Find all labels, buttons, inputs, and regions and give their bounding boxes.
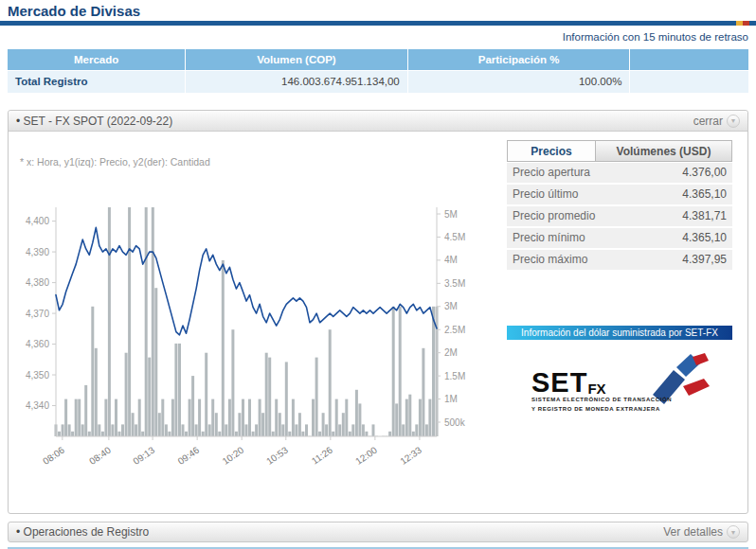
fx-price-volume-chart: 4,4004,3904,3804,3704,3604,3504,3405M4.5… — [16, 200, 509, 484]
delay-note: Información con 15 minutos de retraso — [8, 31, 748, 43]
svg-text:11:26: 11:26 — [310, 444, 335, 466]
logo-subtitle-2: Y REGISTRO DE MONEDA EXTRANJERA — [531, 405, 672, 415]
setfx-logo: SETFX SISTEMA ELECTRÓNICO DE TRANSACCIÓN… — [507, 353, 732, 433]
col-header-empty — [630, 49, 748, 70]
setfx-banner: Información del dólar suministrada por S… — [507, 326, 732, 340]
stat-label: Precio promedio — [513, 209, 595, 222]
svg-text:12:33: 12:33 — [398, 444, 423, 467]
stat-row-ultimo: Precio último 4.365,10 — [507, 185, 732, 204]
logo-set: SET — [531, 367, 587, 398]
stat-value: 4.365,10 — [682, 187, 727, 201]
stat-value: 4.381,71 — [682, 209, 727, 222]
col-header-mercado: Mercado — [8, 49, 186, 70]
chevron-down-icon[interactable] — [727, 525, 740, 539]
svg-text:10:20: 10:20 — [221, 444, 246, 467]
svg-text:10:53: 10:53 — [264, 444, 290, 467]
svg-text:3M: 3M — [444, 301, 458, 311]
logo-fx: FX — [587, 381, 605, 397]
svg-text:5M: 5M — [444, 209, 458, 220]
tab-volumenes[interactable]: Volúmenes (USD) — [596, 140, 732, 162]
stats-tabs: Precios Volúmenes (USD) — [507, 140, 732, 162]
svg-text:09:13: 09:13 — [131, 444, 156, 467]
setfx-logo-text: SETFX SISTEMA ELECTRÓNICO DE TRANSACCIÓN… — [531, 370, 672, 414]
fx-spot-panel: SET - FX SPOT (2022-09-22) cerrar * x: H… — [8, 110, 748, 514]
price-stats-list: Precio apertura 4.376,00 Precio último 4… — [507, 163, 732, 270]
logo-subtitle-1: SISTEMA ELECTRÓNICO DE TRANSACCIÓN — [531, 396, 672, 405]
stat-value: 4.365,10 — [682, 231, 727, 244]
cell-total-registro: Total Registro — [8, 70, 186, 93]
cell-volumen: 146.003.674.951.134,00 — [186, 70, 408, 93]
svg-text:4,390: 4,390 — [26, 247, 49, 257]
stat-row-minimo: Precio mínimo 4.365,10 — [507, 228, 732, 248]
svg-text:4,380: 4,380 — [26, 277, 49, 288]
stat-value: 4.397,95 — [682, 253, 727, 266]
col-header-volumen: Volumen (COP) — [186, 49, 408, 70]
operaciones-registro-bar: Operaciones de Registro Ver detalles — [8, 522, 748, 542]
stat-row-maximo: Precio máximo 4.397,95 — [507, 250, 732, 270]
col-header-participacion: Participación % — [407, 49, 630, 70]
stat-label: Precio último — [513, 187, 578, 201]
svg-text:4,340: 4,340 — [26, 400, 49, 411]
ver-detalles-button[interactable]: Ver detalles — [663, 525, 740, 539]
accent-red-square — [743, 21, 749, 26]
svg-text:4,360: 4,360 — [26, 339, 49, 349]
panel-body: * x: Hora, y1(izq): Precio, y2(der): Can… — [9, 132, 747, 513]
stat-value: 4.376,00 — [682, 166, 727, 179]
svg-text:4,400: 4,400 — [26, 216, 49, 226]
svg-text:4M: 4M — [444, 255, 458, 265]
svg-text:4,370: 4,370 — [26, 309, 49, 319]
cell-empty — [630, 70, 748, 93]
stat-row-apertura: Precio apertura 4.376,00 — [507, 163, 732, 183]
svg-text:4,350: 4,350 — [26, 370, 49, 381]
panel-title: SET - FX SPOT (2022-09-22) — [16, 115, 172, 128]
stats-spacer — [507, 272, 732, 326]
stat-label: Precio apertura — [513, 166, 590, 179]
table-header-row: Mercado Volumen (COP) Participación % — [8, 49, 748, 70]
close-label: cerrar — [693, 115, 723, 128]
svg-text:09:46: 09:46 — [175, 444, 201, 467]
svg-text:2M: 2M — [444, 347, 458, 358]
tab-precios[interactable]: Precios — [507, 140, 596, 162]
svg-text:3.5M: 3.5M — [444, 278, 465, 289]
svg-text:4.5M: 4.5M — [444, 232, 465, 242]
chevron-down-icon[interactable] — [727, 115, 740, 128]
price-stats-column: Precios Volúmenes (USD) Precio apertura … — [507, 140, 732, 433]
page-title: Mercado de Divisas — [8, 3, 748, 19]
ver-detalles-label: Ver detalles — [663, 525, 723, 539]
svg-text:08:06: 08:06 — [41, 444, 66, 467]
accent-yellow-square — [736, 21, 743, 26]
svg-text:2.5M: 2.5M — [444, 325, 465, 335]
svg-text:1M: 1M — [444, 394, 458, 404]
panel-header: SET - FX SPOT (2022-09-22) cerrar — [9, 111, 747, 132]
cell-participacion: 100.00% — [407, 70, 630, 93]
close-panel-button[interactable]: cerrar — [693, 115, 740, 128]
stat-row-promedio: Precio promedio 4.381,71 — [507, 206, 732, 226]
stat-label: Precio máximo — [513, 253, 587, 266]
page-header: Mercado de Divisas Información con 15 mi… — [0, 3, 756, 43]
table-row: Total Registro 146.003.674.951.134,00 10… — [8, 70, 748, 93]
market-summary-table: Mercado Volumen (COP) Participación % To… — [8, 49, 748, 93]
chart-legend-note: * x: Hora, y1(izq): Precio, y2(der): Can… — [20, 156, 210, 168]
footer-title: Operaciones de Registro — [16, 525, 149, 539]
title-underline — [0, 21, 756, 26]
svg-text:1.5M: 1.5M — [444, 371, 465, 381]
svg-text:12:00: 12:00 — [353, 444, 379, 467]
svg-text:08:40: 08:40 — [87, 444, 113, 467]
stat-label: Precio mínimo — [513, 231, 585, 244]
svg-text:500k: 500k — [444, 417, 466, 428]
